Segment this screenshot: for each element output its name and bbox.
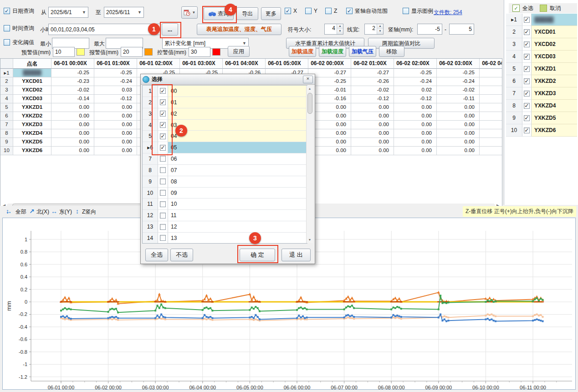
- checkbox-checked-icon[interactable]: ✓: [524, 103, 530, 109]
- warn3-color-swatch[interactable]: [212, 48, 220, 56]
- point-name[interactable]: YXKZD6: [532, 124, 577, 137]
- value-cell[interactable]: 0.00: [394, 103, 437, 112]
- stepper-arrows[interactable]: ▲▼: [377, 24, 383, 34]
- checkbox-checked-icon[interactable]: ✓: [160, 88, 166, 94]
- checkbox-unchecked-icon[interactable]: [160, 178, 166, 184]
- value-cell[interactable]: -0.24: [394, 77, 437, 86]
- value-cell[interactable]: [480, 69, 502, 77]
- point-name[interactable]: YXCD03: [532, 51, 577, 63]
- point-list-item[interactable]: 3✓YXCD02: [506, 38, 577, 51]
- point-list-item[interactable]: 4✓YXCD03: [506, 51, 577, 63]
- date-query-checkbox[interactable]: ✓ 日期查询: [4, 8, 34, 14]
- hour-label[interactable]: 00: [168, 86, 307, 97]
- vaxis-max-input[interactable]: 5: [449, 24, 474, 35]
- value-cell[interactable]: 0.02: [394, 86, 437, 95]
- point-name-cell[interactable]: YXKZD2: [13, 112, 51, 121]
- hour-label[interactable]: 02: [168, 108, 307, 120]
- checkbox-unchecked-icon[interactable]: [160, 213, 166, 219]
- symbol-size-stepper[interactable]: 4 ▲▼: [324, 24, 343, 35]
- time-column-header[interactable]: 06-01 00:00X: [51, 59, 94, 69]
- value-cell[interactable]: 0.00: [437, 103, 480, 112]
- show-legend-checkbox[interactable]: 显示图例: [403, 8, 433, 14]
- time-column-header[interactable]: 06-02 00:00X: [308, 59, 351, 69]
- value-cell[interactable]: -0.12: [394, 95, 437, 103]
- nav-east-label[interactable]: 东(Y): [59, 209, 72, 215]
- value-cell[interactable]: [480, 129, 502, 138]
- value-cell[interactable]: 0.00: [351, 147, 394, 155]
- point-name[interactable]: YXKZD5: [532, 112, 577, 124]
- z-axis-icon[interactable]: ↕: [76, 208, 79, 215]
- checkbox-checked-icon[interactable]: ✓: [160, 133, 166, 139]
- select-all-icon[interactable]: ✓: [512, 5, 520, 12]
- value-cell[interactable]: -0.27: [351, 69, 394, 77]
- value-cell[interactable]: -0.14: [51, 95, 94, 103]
- value-cell[interactable]: 0.00: [351, 138, 394, 147]
- warn2-input[interactable]: 20: [121, 47, 143, 57]
- checkbox-checked-icon[interactable]: ✓: [524, 127, 530, 133]
- value-cell[interactable]: 0.00: [94, 138, 137, 147]
- point-name-cell[interactable]: YXKZD4: [13, 129, 51, 138]
- point-name-cell[interactable]: YXKZD3: [13, 121, 51, 129]
- point-list-item[interactable]: 10✓YXKZD6: [506, 124, 577, 137]
- hour-label[interactable]: 13: [168, 233, 307, 244]
- value-cell[interactable]: -0.25: [51, 69, 94, 77]
- scroll-down-icon[interactable]: ▼: [307, 237, 313, 243]
- dialog-hour-row[interactable]: 5✓04: [143, 131, 307, 142]
- dialog-hour-row[interactable]: 1312: [143, 221, 307, 233]
- value-cell[interactable]: 0.00: [94, 112, 137, 121]
- checkbox-checked-icon[interactable]: ✓: [160, 122, 166, 128]
- point-name-cell[interactable]: YXCD03: [13, 95, 51, 103]
- threshold-checkbox[interactable]: 变化阈值: [4, 39, 34, 46]
- point-list-item[interactable]: 6✓YXKZD2: [506, 75, 577, 87]
- stepper-arrows[interactable]: ▲▼: [337, 24, 343, 34]
- hour-label[interactable]: 11: [168, 210, 307, 221]
- hour-picker-ellipsis-button[interactable]: ...: [162, 23, 178, 36]
- value-cell[interactable]: [480, 121, 502, 129]
- value-cell[interactable]: [480, 95, 502, 103]
- value-cell[interactable]: 0.03: [94, 86, 137, 95]
- arrow-down-icon[interactable]: ▼: [377, 29, 383, 34]
- dialog-hour-row[interactable]: 706: [143, 153, 307, 165]
- value-cell[interactable]: 0.00: [351, 112, 394, 121]
- load-temperature-button[interactable]: 加载温度: [289, 46, 316, 57]
- value-cell[interactable]: 0.00: [394, 121, 437, 129]
- value-cell[interactable]: 0.00: [437, 112, 480, 121]
- checkbox-unchecked-icon[interactable]: [160, 224, 166, 230]
- report-time-dropdown-button[interactable]: ▼: [181, 6, 198, 19]
- hour-label[interactable]: 08: [168, 176, 307, 188]
- arrow-down-icon[interactable]: ▼: [337, 29, 343, 34]
- warn1-color-swatch[interactable]: [77, 48, 85, 56]
- value-cell[interactable]: 0.00: [94, 129, 137, 138]
- value-cell[interactable]: [480, 138, 502, 147]
- file-count-link[interactable]: 文件数: 254: [434, 9, 462, 15]
- arrow-up-icon[interactable]: ▲: [377, 24, 383, 29]
- dialog-hour-row[interactable]: 1110: [143, 199, 307, 210]
- point-name-cell[interactable]: YXKZD1: [13, 103, 51, 112]
- dialog-scrollbar[interactable]: ▲ ▼: [306, 86, 313, 243]
- value-cell[interactable]: [480, 147, 502, 155]
- east-axis-icon[interactable]: ↔: [51, 208, 57, 215]
- dialog-select-all-button[interactable]: 全选: [145, 249, 168, 261]
- point-list-item[interactable]: ▸1✓█████: [506, 14, 577, 26]
- value-cell[interactable]: -0.23: [51, 77, 94, 86]
- value-cell[interactable]: -0.02: [51, 86, 94, 95]
- point-name-cell[interactable]: YXCD01: [13, 77, 51, 86]
- remove-button[interactable]: 移除: [379, 46, 404, 57]
- scroll-up-icon[interactable]: ▲: [307, 86, 313, 92]
- point-name[interactable]: YXKZD2: [532, 75, 577, 87]
- time-column-header[interactable]: 06-02 01:00X: [351, 59, 394, 69]
- time-column-header[interactable]: 06-01 02:00X: [137, 59, 180, 69]
- time-column-header[interactable]: 06-01 04:00X: [223, 59, 266, 69]
- dialog-hour-row[interactable]: 2✓01: [143, 97, 307, 108]
- hour-label[interactable]: 07: [168, 165, 307, 176]
- dialog-ok-button[interactable]: 确 定: [240, 249, 275, 261]
- to-date-select[interactable]: 2025/6/11 ▼: [104, 7, 144, 18]
- warn2-color-swatch[interactable]: [144, 48, 153, 56]
- time-column-header[interactable]: 06-02 04:00X: [480, 59, 502, 69]
- select-all-label[interactable]: 全选: [522, 5, 533, 12]
- value-cell[interactable]: 0.00: [51, 129, 94, 138]
- vaxis-min-input[interactable]: -5: [417, 24, 442, 35]
- value-cell[interactable]: -0.02: [351, 86, 394, 95]
- hour-label[interactable]: 05: [168, 142, 307, 153]
- value-cell[interactable]: 0.00: [51, 138, 94, 147]
